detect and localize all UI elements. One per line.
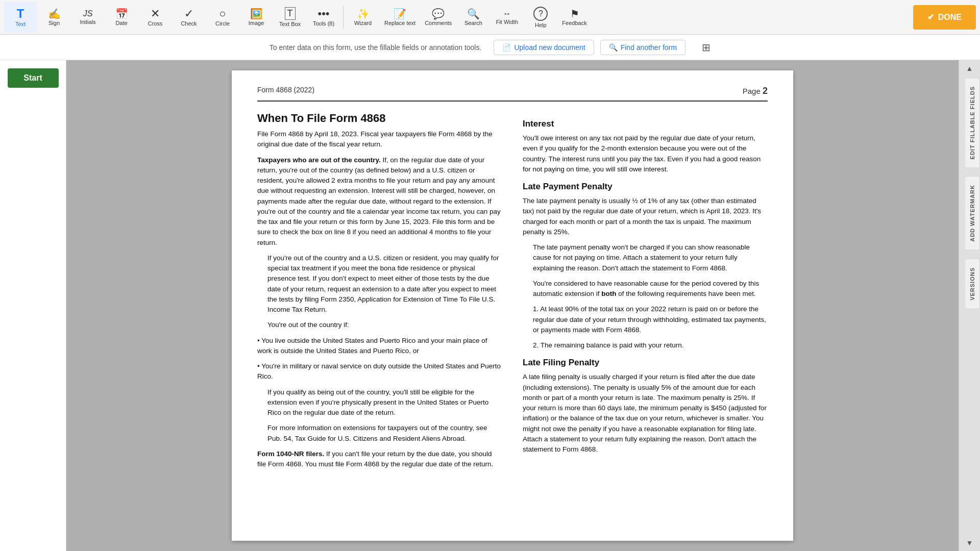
edit-fillable-fields-tab[interactable]: EDIT FILLABLE FIELDS xyxy=(965,78,980,168)
right-column: Interest You'll owe interest on any tax … xyxy=(523,112,768,474)
left-para-6: For more information on extensions for t… xyxy=(257,423,502,444)
check-icon: ✓ xyxy=(184,8,193,19)
find-icon: 🔍 xyxy=(609,43,618,52)
tool-initials-label: Initials xyxy=(80,19,95,25)
right-para-lpp-2: The late payment penalty won't be charge… xyxy=(523,242,768,273)
document-page: Form 4868 (2022) Page 2 When To File For… xyxy=(232,70,793,541)
tool-check-label: Check xyxy=(181,20,197,27)
done-button[interactable]: ✔ DONE xyxy=(913,5,976,30)
right-heading-2: Late Payment Penalty xyxy=(523,182,768,192)
wizard-icon: ✨ xyxy=(357,9,370,19)
tool-date[interactable]: 📅 Date xyxy=(105,2,138,33)
tool-comments-label: Comments xyxy=(425,20,452,26)
add-watermark-tab[interactable]: ADD WATERMARK xyxy=(965,176,980,251)
tool-tools[interactable]: ••• Tools (8) xyxy=(307,2,340,33)
tool-text[interactable]: T Text xyxy=(4,2,37,33)
find-form-button[interactable]: 🔍 Find another form xyxy=(600,40,686,55)
tool-fitwidth-label: Fit Width xyxy=(496,19,518,25)
help-icon: ? xyxy=(533,7,548,21)
tool-sign-label: Sign xyxy=(48,20,60,26)
left-bullet-1: • You live outside the United States and… xyxy=(257,336,502,357)
left-column: When To File Form 4868 File Form 4868 by… xyxy=(257,112,502,474)
right-para-lpp-5: 2. The remaining balance is paid with yo… xyxy=(523,340,768,350)
tool-search-label: Search xyxy=(464,20,482,26)
left-para-5: If you qualify as being out of the count… xyxy=(257,387,502,418)
tool-initials[interactable]: JS Initials xyxy=(71,2,104,33)
tool-date-label: Date xyxy=(115,20,127,26)
sidebar-toggle-icon: ⊞ xyxy=(702,42,710,53)
done-checkmark-icon: ✔ xyxy=(927,12,934,22)
scroll-up-arrow[interactable]: ▲ xyxy=(959,60,980,77)
image-icon: 🖼️ xyxy=(250,9,263,19)
cross-icon: ✕ xyxy=(151,8,160,19)
info-actions: 📄 Upload new document 🔍 Find another for… xyxy=(494,40,685,55)
find-label: Find another form xyxy=(621,43,677,52)
versions-tab[interactable]: VERSIONS xyxy=(965,259,980,309)
tool-feedback[interactable]: ⚑ Feedback xyxy=(558,2,591,33)
upload-label: Upload new document xyxy=(514,43,585,52)
page-num-value: 2 xyxy=(763,86,768,96)
tool-replace[interactable]: 📝 Replace text xyxy=(380,2,420,33)
replace-icon: 📝 xyxy=(394,9,406,19)
tools-icon: ••• xyxy=(317,8,329,19)
page-number: Page 2 xyxy=(743,86,768,96)
upload-document-button[interactable]: 📄 Upload new document xyxy=(494,40,594,55)
left-sidebar: Start xyxy=(0,60,66,551)
upload-icon: 📄 xyxy=(502,43,511,52)
start-button[interactable]: Start xyxy=(8,68,59,88)
tool-textbox-label: Text Box xyxy=(279,21,301,27)
done-label: DONE xyxy=(938,13,962,22)
text-icon: T xyxy=(17,8,24,20)
tool-feedback-label: Feedback xyxy=(562,20,586,26)
right-tabs: EDIT FILLABLE FIELDS ADD WATERMARK VERSI… xyxy=(965,76,980,311)
document-columns: When To File Form 4868 File Form 4868 by… xyxy=(257,112,768,474)
tool-replace-label: Replace text xyxy=(384,20,415,26)
fitwidth-icon: ↔️ xyxy=(503,10,511,18)
tool-comments[interactable]: 💬 Comments xyxy=(421,2,456,33)
right-para-lpp-3: You're considered to have reasonable cau… xyxy=(523,279,768,299)
right-heading-3: Late Filing Penalty xyxy=(523,358,768,368)
tool-check[interactable]: ✓ Check xyxy=(173,2,205,33)
page-word: Page xyxy=(743,87,761,95)
left-heading: When To File Form 4868 xyxy=(257,112,502,125)
tool-image-label: Image xyxy=(249,20,264,26)
tool-tools-label: Tools (8) xyxy=(313,20,334,27)
toolbar: T Text ✍️ Sign JS Initials 📅 Date ✕ Cros… xyxy=(0,0,980,35)
tool-wizard[interactable]: ✨ Wizard xyxy=(347,2,379,33)
form-label: Form 4868 (2022) xyxy=(257,86,314,94)
left-para-1: File Form 4868 by April 18, 2023. Fiscal… xyxy=(257,129,502,150)
document-header: Form 4868 (2022) Page 2 xyxy=(257,86,768,102)
left-para-2: Taxpayers who are out of the country. If… xyxy=(257,155,502,248)
feedback-icon: ⚑ xyxy=(570,9,579,19)
right-para-lfp: A late filing penalty is usually charged… xyxy=(523,372,768,455)
tool-text-label: Text xyxy=(15,21,26,27)
sidebar-toggle-button[interactable]: ⊞ xyxy=(702,41,710,54)
tool-search[interactable]: 🔍 Search xyxy=(457,2,489,33)
left-bullet-2: • You're in military or naval service on… xyxy=(257,361,502,382)
initials-icon: JS xyxy=(83,10,93,18)
right-para-interest: You'll owe interest on any tax not paid … xyxy=(523,133,768,174)
scroll-down-arrow[interactable]: ▼ xyxy=(959,535,980,551)
tool-sign[interactable]: ✍️ Sign xyxy=(38,2,70,33)
circle-icon: ○ xyxy=(219,8,226,19)
info-message: To enter data on this form, use the fill… xyxy=(270,43,482,52)
right-para-lpp-1: The late payment penalty is usually ½ of… xyxy=(523,196,768,237)
info-bar: To enter data on this form, use the fill… xyxy=(0,35,980,60)
tool-cross[interactable]: ✕ Cross xyxy=(139,2,172,33)
tool-circle[interactable]: ○ Circle xyxy=(206,2,239,33)
main-area: Start Form 4868 (2022) Page 2 When To Fi… xyxy=(0,60,980,551)
right-para-lpp-4: 1. At least 90% of the total tax on your… xyxy=(523,304,768,335)
document-area[interactable]: Form 4868 (2022) Page 2 When To File For… xyxy=(66,60,959,551)
tool-help[interactable]: ? Help xyxy=(524,2,557,33)
sign-icon: ✍️ xyxy=(48,9,61,19)
textbox-icon: T xyxy=(285,7,296,20)
tool-image[interactable]: 🖼️ Image xyxy=(240,2,273,33)
tool-fitwidth[interactable]: ↔️ Fit Width xyxy=(491,2,523,33)
left-para-7: Form 1040-NR filers. If you can't file y… xyxy=(257,449,502,470)
left-para-3: If you're out of the country and a U.S. … xyxy=(257,253,502,315)
toolbar-divider-1 xyxy=(343,6,344,29)
left-para-4: You're out of the country if: xyxy=(257,320,502,330)
right-heading-1: Interest xyxy=(523,119,768,129)
date-icon: 📅 xyxy=(115,9,128,19)
tool-textbox[interactable]: T Text Box xyxy=(274,2,306,33)
